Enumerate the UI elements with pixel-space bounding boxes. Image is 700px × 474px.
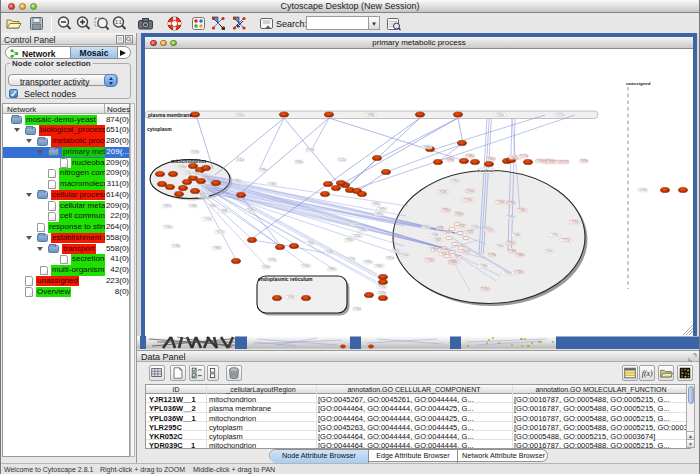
- svg-text:Yr78w: Yr78w: [507, 201, 515, 205]
- svg-text:Yr88w: Yr88w: [480, 264, 488, 268]
- svg-text:Yr74w: Yr74w: [306, 148, 314, 152]
- svg-text:Yb98: Yb98: [437, 226, 444, 230]
- svg-text:Yr75w: Yr75w: [350, 222, 358, 226]
- svg-text:Yr27w: Yr27w: [216, 230, 224, 234]
- svg-text:Yr28w: Yr28w: [172, 244, 180, 248]
- svg-text:Yr38w: Yr38w: [189, 204, 197, 208]
- svg-text:Yr41w: Yr41w: [466, 189, 474, 193]
- svg-text:Yr77w: Yr77w: [556, 113, 564, 117]
- svg-text:Yr54w: Yr54w: [426, 258, 434, 262]
- svg-text:Yr11w: Yr11w: [485, 228, 492, 232]
- svg-text:Yr84w: Yr84w: [262, 265, 270, 269]
- svg-text:Yr78w: Yr78w: [184, 171, 192, 175]
- svg-text:Yr34w: Yr34w: [302, 264, 310, 268]
- svg-text:Yr26w: Yr26w: [518, 208, 526, 212]
- svg-text:Yr84w: Yr84w: [295, 160, 303, 164]
- svg-text:Yr82w: Yr82w: [163, 204, 171, 208]
- svg-text:Yr28w: Yr28w: [247, 208, 255, 212]
- svg-text:Yr78w: Yr78w: [259, 168, 267, 172]
- svg-text:Yr83w: Yr83w: [220, 209, 228, 213]
- svg-text:Yb28: Yb28: [467, 230, 474, 234]
- svg-text:Yr86w: Yr86w: [516, 253, 524, 257]
- svg-text:Yr82w: Yr82w: [199, 194, 207, 198]
- svg-text:Yr80w: Yr80w: [328, 267, 336, 271]
- svg-text:Yr16w: Yr16w: [236, 158, 244, 162]
- svg-text:Yr63w: Yr63w: [378, 291, 386, 295]
- svg-text:Yr20w: Yr20w: [496, 113, 504, 117]
- svg-text:Yr41w: Yr41w: [236, 113, 244, 117]
- svg-text:Yb46: Yb46: [444, 230, 451, 234]
- svg-text:unassigned: unassigned: [626, 81, 651, 86]
- svg-text:Yr68w: Yr68w: [513, 233, 521, 237]
- svg-text:Yr43w: Yr43w: [481, 287, 489, 291]
- svg-text:Yr13w: Yr13w: [439, 190, 447, 194]
- svg-text:cytoplasm: cytoplasm: [147, 126, 172, 132]
- svg-text:Yb10: Yb10: [463, 250, 470, 254]
- svg-text:Yr50w: Yr50w: [192, 172, 200, 176]
- svg-text:Yr69w: Yr69w: [580, 159, 588, 163]
- svg-text:Yr15w: Yr15w: [204, 217, 212, 221]
- svg-text:Yr17w: Yr17w: [520, 154, 528, 158]
- svg-text:Yr81w: Yr81w: [386, 256, 394, 260]
- svg-text:Yr84w: Yr84w: [209, 204, 217, 208]
- svg-text:Yr83w: Yr83w: [487, 157, 495, 161]
- svg-text:Yr44w: Yr44w: [326, 250, 334, 254]
- svg-text:Yr84w: Yr84w: [375, 264, 383, 268]
- svg-text:Yr65w: Yr65w: [455, 212, 463, 216]
- svg-text:Yr43w: Yr43w: [497, 200, 505, 204]
- svg-text:1:1: 1:1: [115, 20, 122, 25]
- svg-text:Yb84: Yb84: [449, 260, 456, 264]
- svg-text:Yr92w: Yr92w: [451, 179, 459, 183]
- svg-text:Yr97w: Yr97w: [551, 233, 559, 237]
- svg-text:nucleus: nucleus: [478, 168, 494, 173]
- svg-text:Yr95w: Yr95w: [345, 238, 353, 242]
- svg-text:Yr61w: Yr61w: [507, 241, 515, 245]
- svg-text:Yr83w: Yr83w: [213, 246, 221, 250]
- svg-text:Yr97w: Yr97w: [268, 258, 276, 262]
- svg-text:Yr99w: Yr99w: [446, 158, 454, 162]
- svg-text:Yr77w: Yr77w: [562, 238, 570, 242]
- svg-text:Yr89w: Yr89w: [507, 215, 515, 219]
- svg-text:Yr69w: Yr69w: [378, 207, 386, 211]
- svg-text:Yr32w: Yr32w: [471, 225, 479, 229]
- svg-text:Yr58w: Yr58w: [431, 233, 439, 237]
- svg-text:endoplasmic reticulum: endoplasmic reticulum: [258, 276, 313, 282]
- svg-text:Yb37: Yb37: [435, 238, 442, 242]
- svg-text:Yr53w: Yr53w: [639, 188, 647, 192]
- svg-text:Yr68w: Yr68w: [423, 145, 431, 149]
- svg-text:Yr28w: Yr28w: [515, 270, 523, 274]
- svg-text:Yr29w: Yr29w: [488, 253, 496, 257]
- svg-text:Yr36w: Yr36w: [508, 249, 516, 253]
- svg-text:Yr61w: Yr61w: [545, 249, 553, 253]
- svg-text:Yr53w: Yr53w: [353, 307, 361, 311]
- svg-text:Yr99w: Yr99w: [367, 113, 375, 117]
- svg-text:Yr16w: Yr16w: [164, 225, 172, 229]
- svg-text:Yr18w: Yr18w: [268, 182, 276, 186]
- svg-text:Yr46w: Yr46w: [287, 295, 295, 299]
- svg-text:Yr80w: Yr80w: [442, 208, 450, 212]
- svg-text:plasma membrane: plasma membrane: [148, 112, 192, 118]
- svg-text:Yr22w: Yr22w: [353, 234, 361, 238]
- svg-text:Yr72w: Yr72w: [347, 257, 355, 261]
- svg-text:Yr29w: Yr29w: [191, 150, 199, 154]
- svg-text:Yr88w: Yr88w: [466, 154, 474, 158]
- svg-text:Yr63w: Yr63w: [422, 225, 430, 229]
- svg-text:Yr18w: Yr18w: [307, 241, 315, 245]
- svg-text:YKL216W-YLR432W: YKL216W-YLR432W: [543, 160, 569, 164]
- svg-text:Yr81w: Yr81w: [372, 202, 380, 206]
- svg-text:Yr36w: Yr36w: [178, 165, 186, 169]
- svg-text:Yr95w: Yr95w: [364, 260, 372, 264]
- svg-text:Yb75: Yb75: [433, 248, 440, 252]
- svg-text:Yr50w: Yr50w: [392, 249, 400, 253]
- svg-text:Yr73w: Yr73w: [464, 198, 472, 202]
- svg-text:Yr80w: Yr80w: [233, 179, 241, 183]
- svg-text:Yr54w: Yr54w: [401, 253, 409, 257]
- svg-text:Yr43w: Yr43w: [496, 244, 504, 248]
- svg-text:Yr88w: Yr88w: [359, 228, 367, 232]
- svg-text:Yr76w: Yr76w: [571, 220, 579, 224]
- svg-text:Yr19w: Yr19w: [378, 285, 386, 289]
- svg-text:Yr67w: Yr67w: [511, 156, 519, 160]
- svg-text:f(x): f(x): [642, 369, 653, 378]
- svg-text:Yb77: Yb77: [455, 255, 462, 259]
- svg-text:Yr85w: Yr85w: [375, 212, 383, 216]
